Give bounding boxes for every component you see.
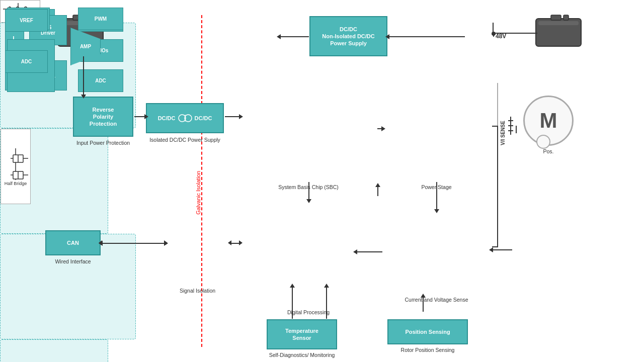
current-voltage-label: Current and Voltage Sense [382,297,491,303]
diagram: Galvanic Isolation 12V 48V DC/DC Non-Iso… [0,0,644,362]
digital-processing-label: Digital Processing [240,309,376,315]
arrow-12v-down [83,56,84,96]
battery-right [533,11,589,56]
line-dp-ps [377,186,378,196]
line-can-si [101,243,165,244]
arrowhead-left-si [228,240,231,245]
galvanic-isolation-label: Galvanic Isolation [195,171,201,215]
arrow-ps-down [436,182,437,210]
arrow-nonisolated-left [280,36,309,37]
isolated-dcdc-block: DC/DC DC/DC [146,103,224,133]
line-vi-vert [497,126,498,246]
pos-small-circle [536,135,550,149]
arrow-dcdc-to-sbc [225,116,240,117]
signal-isolation-label: Signal Isolation [166,288,229,294]
arrow-48v-to-nonisolated [388,36,465,37]
svg-rect-23 [13,171,18,179]
pos-label: Pos. [533,148,564,154]
arrow-sbc-to-dp [308,182,309,200]
svg-rect-7 [538,21,579,25]
arrowhead-right-si [239,240,243,245]
svg-rect-6 [564,15,569,20]
isolated-dcdc-label: Isolated DC/DC Power Supply [146,137,224,143]
line-nonisolated-48v [493,23,494,33]
input-power-label: Input Power Protection [73,140,133,146]
galvanic-isolation-line [201,15,202,347]
line-48v [493,33,537,34]
adc-digital-block: ADC [78,69,123,92]
temp-sensor-block: Temperature Sensor [267,319,337,349]
temp-sensor-sub-label: Self-Diagnostics/ Monitoring [267,352,337,358]
arrowhead-left-can [99,240,102,245]
can-wired-block: CAN [45,230,101,255]
line-motor-vi [516,126,517,133]
arrow-rp-to-dcdc [134,116,145,117]
svg-rect-5 [551,15,561,20]
adc-sense-block: ADC [5,50,48,73]
svg-rect-15 [13,155,18,162]
pwm-block: PWM [78,8,123,30]
arrow-amp-down [492,249,512,250]
arrowhead-right-can [164,240,168,245]
current-voltage-container: VREF ADC AMP [0,339,108,362]
reverse-polarity-block: Reverse Polarity Protection [73,97,133,137]
arrow-temp-up2 [326,287,327,319]
triple-line-symbol [506,116,516,138]
dcdc-non-isolated-block: DC/DC Non-Isolated DC/DC Power Supply [309,16,387,56]
position-sensing-sub-label: Rotor Position Sensing [387,347,468,353]
arrow-cs-to-dp [356,251,382,252]
position-sensing-block: Position Sensing [387,319,468,344]
arrow-sbc-to-ps [377,128,382,129]
vref-block: VREF [5,9,48,32]
wired-interface-label: Wired Interface [45,258,101,264]
arrow-ps-up [423,297,424,312]
arrow-temp-up [292,287,293,319]
half-bridge-block: Half Bridge [1,129,31,204]
voltage-48v-label: 48V [496,33,506,40]
